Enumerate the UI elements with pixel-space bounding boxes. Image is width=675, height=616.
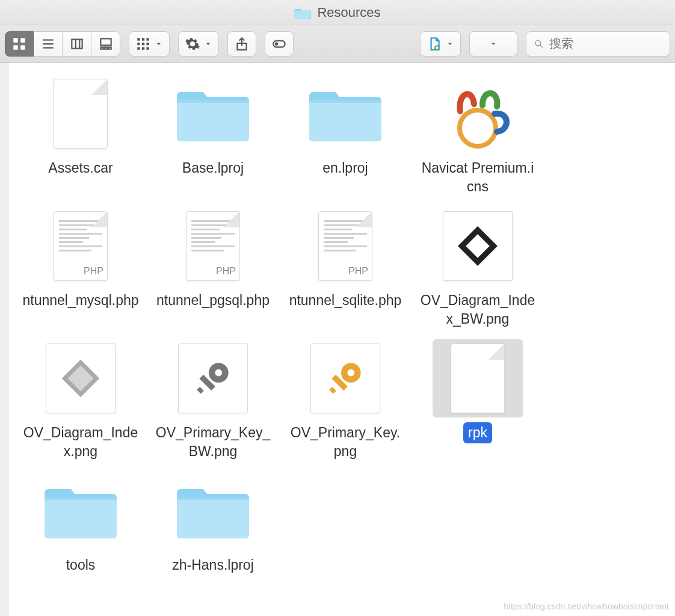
file-label: rpk bbox=[463, 422, 492, 443]
arrange-group bbox=[129, 31, 170, 57]
png-icon bbox=[168, 339, 258, 417]
file-item[interactable]: Navicat Premium.icns bbox=[411, 75, 544, 197]
file-item[interactable]: Assets.car bbox=[14, 75, 147, 197]
file-item[interactable]: OV_Primary_Key_BW.png bbox=[147, 339, 279, 462]
column-view-button[interactable] bbox=[63, 31, 91, 57]
toolbar bbox=[0, 25, 675, 63]
file-badge: PHP bbox=[348, 266, 368, 277]
file-label: ntunnel_sqlite.php bbox=[285, 290, 407, 311]
file-icon bbox=[35, 75, 126, 153]
svg-rect-21 bbox=[142, 47, 144, 49]
folder-icon bbox=[294, 6, 311, 19]
svg-rect-2 bbox=[13, 45, 18, 50]
svg-rect-0 bbox=[13, 38, 18, 43]
file-label: Assets.car bbox=[43, 158, 117, 179]
file-badge: PHP bbox=[84, 266, 103, 277]
file-grid: Assets.carBase.lprojen.lprojNavicat Prem… bbox=[8, 63, 675, 616]
icns-icon bbox=[433, 75, 523, 153]
file-label: Base.lproj bbox=[177, 158, 248, 179]
gallery-view-button[interactable] bbox=[91, 31, 120, 57]
php-icon: PHP bbox=[300, 207, 390, 285]
file-item[interactable]: Base.lproj bbox=[147, 75, 279, 197]
new-doc-button[interactable] bbox=[420, 31, 461, 57]
svg-rect-11 bbox=[100, 47, 103, 49]
chevron-down-icon bbox=[155, 40, 163, 48]
view-mode-group bbox=[5, 31, 120, 57]
folder-icon bbox=[168, 75, 258, 153]
file-item[interactable]: PHPntunnel_mysql.php bbox=[14, 207, 147, 330]
php-icon: PHP bbox=[35, 207, 126, 285]
svg-rect-16 bbox=[146, 38, 149, 40]
file-item[interactable]: PHPntunnel_pgsql.php bbox=[147, 207, 279, 330]
file-badge: PHP bbox=[216, 266, 236, 277]
dropdown-button[interactable] bbox=[469, 31, 517, 57]
svg-rect-20 bbox=[137, 47, 140, 49]
file-label: OV_Diagram_Index_BW.png bbox=[415, 290, 541, 330]
file-item[interactable]: OV_Primary_Key.png bbox=[279, 339, 411, 462]
search-icon bbox=[534, 38, 544, 50]
search-box[interactable] bbox=[526, 31, 670, 57]
file-label: Navicat Premium.icns bbox=[415, 158, 541, 197]
file-item[interactable]: zh-Hans.lproj bbox=[147, 472, 279, 576]
svg-rect-14 bbox=[137, 38, 140, 40]
file-label: ntunnel_pgsql.php bbox=[152, 290, 274, 311]
svg-rect-22 bbox=[146, 47, 149, 49]
tags-button[interactable] bbox=[265, 31, 294, 57]
chevron-down-icon bbox=[446, 40, 454, 48]
png-icon bbox=[35, 339, 126, 417]
dropdown-group bbox=[469, 31, 517, 57]
svg-rect-13 bbox=[108, 47, 111, 49]
svg-rect-15 bbox=[142, 38, 144, 40]
svg-rect-12 bbox=[104, 47, 106, 49]
file-label: tools bbox=[61, 555, 100, 576]
svg-line-28 bbox=[540, 45, 543, 48]
file-item[interactable]: OV_Diagram_Index_BW.png bbox=[411, 207, 544, 330]
svg-point-27 bbox=[535, 40, 541, 46]
folder-icon bbox=[35, 472, 126, 550]
search-input[interactable] bbox=[549, 37, 662, 51]
titlebar: Resources bbox=[0, 0, 675, 25]
svg-rect-19 bbox=[146, 42, 149, 45]
file-item[interactable]: PHPntunnel_sqlite.php bbox=[279, 207, 411, 330]
svg-rect-1 bbox=[20, 38, 25, 43]
action-group bbox=[178, 31, 219, 57]
file-label: ntunnel_mysql.php bbox=[17, 290, 143, 311]
action-button[interactable] bbox=[178, 31, 219, 57]
file-item[interactable]: tools bbox=[14, 472, 147, 576]
file-label: zh-Hans.lproj bbox=[167, 555, 259, 576]
folder-icon bbox=[300, 75, 390, 153]
svg-rect-7 bbox=[72, 39, 82, 48]
file-item[interactable]: OV_Diagram_Index.png bbox=[14, 339, 147, 462]
svg-rect-3 bbox=[20, 45, 25, 50]
file-label: OV_Primary_Key.png bbox=[282, 422, 408, 462]
svg-rect-18 bbox=[142, 42, 144, 45]
png-icon bbox=[300, 339, 390, 417]
sidebar-strip[interactable] bbox=[0, 63, 8, 616]
new-doc-group bbox=[420, 31, 461, 57]
file-item[interactable]: rpk bbox=[411, 339, 544, 462]
file-label: en.lproj bbox=[318, 158, 372, 179]
file-item[interactable]: en.lproj bbox=[279, 75, 411, 197]
file-icon bbox=[433, 339, 523, 417]
png-icon bbox=[433, 207, 523, 285]
file-label: OV_Diagram_Index.png bbox=[17, 422, 144, 462]
svg-rect-17 bbox=[137, 42, 140, 45]
chevron-down-icon bbox=[204, 40, 212, 48]
arrange-button[interactable] bbox=[129, 31, 170, 57]
share-button[interactable] bbox=[227, 31, 256, 57]
svg-rect-10 bbox=[100, 38, 111, 45]
icon-view-button[interactable] bbox=[5, 31, 34, 57]
watermark: https://blog.csdn.net/whowhowhoisimporta… bbox=[504, 602, 669, 611]
list-view-button[interactable] bbox=[34, 31, 63, 57]
chevron-down-icon bbox=[489, 40, 498, 48]
file-label: OV_Primary_Key_BW.png bbox=[150, 422, 276, 462]
php-icon: PHP bbox=[168, 207, 258, 285]
window-title: Resources bbox=[317, 5, 380, 20]
folder-icon bbox=[168, 472, 258, 550]
svg-point-25 bbox=[276, 43, 277, 45]
